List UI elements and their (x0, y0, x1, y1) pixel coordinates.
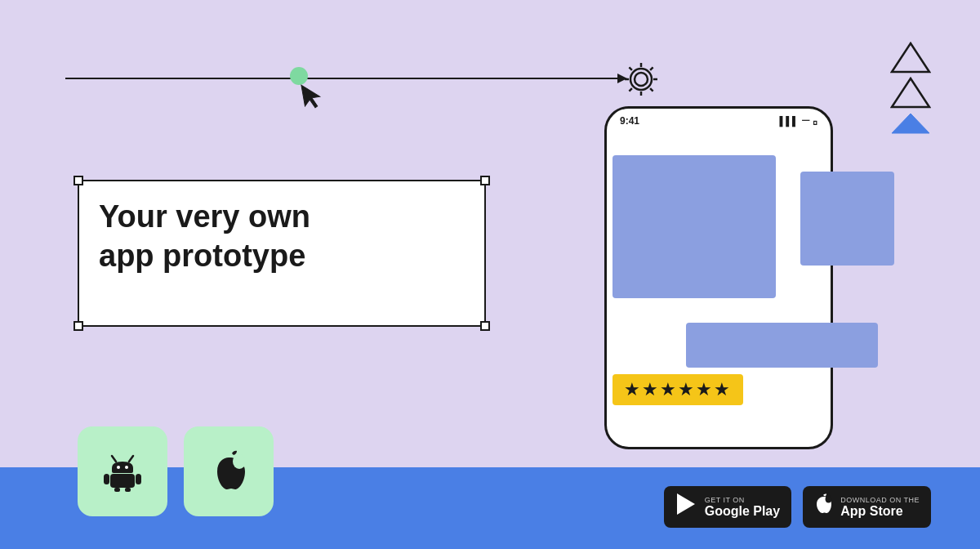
svg-rect-11 (136, 474, 141, 484)
svg-point-8 (125, 466, 128, 469)
app-store-text: Download on the App Store (840, 496, 920, 519)
ui-block-right (800, 172, 894, 266)
apple-icon-button[interactable] (184, 426, 274, 516)
handle-tr (480, 176, 490, 185)
timeline (65, 78, 621, 79)
prototype-heading: Your very own app prototype (79, 181, 484, 292)
svg-point-7 (117, 466, 120, 469)
handle-bl (74, 321, 83, 331)
google-play-icon (675, 493, 697, 521)
ui-block-bottom (686, 323, 878, 368)
phone-time: 9:41 (620, 115, 639, 127)
phone-status-bar: 9:41 ▌▌▌ ᅳ ◻ (607, 109, 831, 133)
google-play-badge[interactable]: GET IT ON Google Play (664, 486, 791, 528)
text-box: Your very own app prototype (78, 180, 486, 327)
svg-point-0 (635, 73, 648, 86)
svg-rect-9 (110, 474, 135, 488)
app-store-badge[interactable]: Download on the App Store (803, 486, 931, 528)
triangles-decoration (890, 39, 931, 137)
download-badges: GET IT ON Google Play Download on the Ap… (664, 486, 931, 528)
svg-point-14 (233, 454, 246, 469)
svg-marker-2 (892, 43, 929, 72)
svg-rect-13 (125, 488, 131, 492)
phone-signal: ▌▌▌ ᅳ ◻ (780, 116, 818, 126)
svg-rect-10 (104, 474, 109, 484)
handle-tl (74, 176, 83, 185)
google-play-text: GET IT ON Google Play (705, 496, 780, 519)
apple-store-icon (814, 493, 832, 520)
svg-marker-4 (892, 114, 929, 133)
cursor-icon (300, 80, 328, 117)
svg-marker-15 (677, 493, 695, 515)
gear-icon (621, 59, 662, 108)
android-icon-button[interactable] (78, 426, 167, 516)
stars-rating: ★★★★★★ (612, 374, 743, 405)
handle-br (480, 321, 490, 331)
svg-marker-3 (892, 78, 929, 107)
svg-line-5 (112, 456, 116, 462)
app-icons-row (78, 426, 274, 516)
svg-line-6 (129, 456, 133, 462)
svg-rect-12 (114, 488, 120, 492)
ui-block-large (612, 155, 776, 298)
svg-point-16 (826, 496, 832, 503)
